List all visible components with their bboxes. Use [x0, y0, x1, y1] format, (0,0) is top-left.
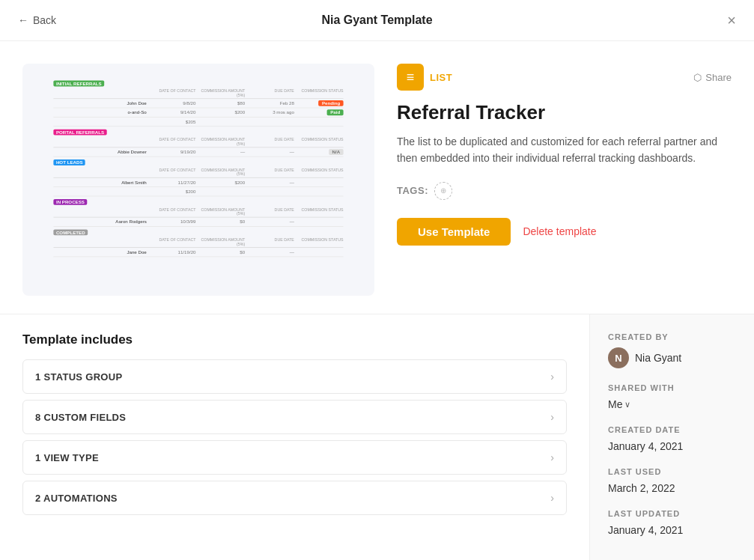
preview-header-2: DATE OF CONTACT COMMISSION AMOUNT (5%) D…: [53, 136, 343, 147]
template-preview: INITIAL REFERRALS DATE OF CONTACT COMMIS…: [22, 64, 374, 296]
header: ← Back Nia Gyant Template ×: [0, 0, 754, 41]
creator-name: Nia Gyant: [635, 352, 681, 364]
last-updated-section: LAST UPDATED January 4, 2021: [608, 509, 736, 536]
last-updated-label: LAST UPDATED: [608, 509, 736, 518]
includes-panel: Template includes 1 STATUS GROUP › 8 CUS…: [0, 314, 589, 560]
shared-with-label: SHARED WITH: [608, 383, 736, 392]
bottom-section: Template includes 1 STATUS GROUP › 8 CUS…: [0, 314, 754, 560]
preview-section-2: PORTAL REFERRALS: [53, 127, 343, 136]
preview-table: INITIAL REFERRALS DATE OF CONTACT COMMIS…: [53, 78, 343, 257]
template-title: Referral Tracker: [397, 101, 732, 124]
close-button[interactable]: ×: [727, 13, 736, 28]
includes-title: Template includes: [22, 332, 567, 347]
preview-section-5: COMPLETED: [53, 227, 343, 237]
list-type-icon: ≡: [397, 64, 424, 91]
preview-table-container: INITIAL REFERRALS DATE OF CONTACT COMMIS…: [53, 78, 343, 257]
preview-row: John Doe 9/8/20 $80 Feb 28 Pending: [53, 99, 343, 108]
share-button[interactable]: ⬡ Share: [693, 72, 732, 83]
header-title: Nia Gyant Template: [321, 13, 432, 27]
creator-avatar: N: [608, 347, 629, 368]
preview-section-3: HOT LEADS: [53, 157, 343, 167]
preview-row: Jane Doe 11/19/20 $0 —: [53, 248, 343, 257]
main-content: INITIAL REFERRALS DATE OF CONTACT COMMIS…: [0, 41, 754, 296]
preview-header-4: DATE OF CONTACT COMMISSION AMOUNT (5%) D…: [53, 207, 343, 218]
preview-section-1: INITIAL REFERRALS: [53, 78, 343, 88]
back-label: Back: [33, 14, 56, 26]
includes-item-view-type[interactable]: 1 VIEW TYPE ›: [22, 440, 567, 475]
back-button[interactable]: ← Back: [18, 14, 56, 26]
preview-row: Aaron Rodgers 10/3/99 $0 —: [53, 218, 343, 227]
includes-item-status-group[interactable]: 1 STATUS GROUP ›: [22, 359, 567, 394]
list-icon: ≡: [407, 70, 415, 85]
preview-header-5: DATE OF CONTACT COMMISSION AMOUNT (5%) D…: [53, 237, 343, 248]
includes-item-custom-fields[interactable]: 8 CUSTOM FIELDS ›: [22, 400, 567, 434]
preview-row: Albert Smith 11/27/20 $200 —: [53, 178, 343, 187]
includes-item-label-1: 1 STATUS GROUP: [35, 371, 122, 383]
preview-header: DATE OF CONTACT COMMISSION AMOUNT (5%) D…: [53, 88, 343, 99]
section-tag-1: INITIAL REFERRALS: [53, 81, 104, 87]
back-arrow-icon: ←: [18, 14, 28, 26]
preview-row: o-and-So 9/14/20 $200 3 mos ago Paid: [53, 108, 343, 117]
shared-with-value: Me: [608, 398, 622, 410]
preview-row: Abbie Downer 9/19/20 — — N/A: [53, 147, 343, 156]
type-label: LIST: [430, 72, 452, 83]
info-panel: ≡ LIST ⬡ Share Referral Tracker The list…: [397, 64, 732, 296]
chevron-right-icon-1: ›: [550, 371, 554, 383]
type-badge-row: ≡ LIST ⬡ Share: [397, 64, 732, 91]
share-label: Share: [705, 72, 732, 83]
created-by-section: CREATED BY N Nia Gyant: [608, 332, 736, 368]
creator-row: N Nia Gyant: [608, 347, 736, 368]
section-tag-4: IN PROCESS: [53, 199, 87, 205]
tags-row: TAGS: ⊕: [397, 182, 732, 200]
template-description: The list to be duplicated and customized…: [397, 133, 732, 167]
shared-with-section: SHARED WITH Me ∨: [608, 383, 736, 410]
created-by-label: CREATED BY: [608, 332, 736, 341]
preview-row: $205: [53, 118, 343, 127]
section-tag-5: COMPLETED: [53, 229, 88, 235]
avatar-initials: N: [615, 353, 621, 364]
add-tag-button[interactable]: ⊕: [434, 182, 452, 200]
share-icon: ⬡: [693, 72, 702, 83]
created-date-value: January 4, 2021: [608, 440, 736, 452]
last-used-section: LAST USED March 2, 2022: [608, 467, 736, 494]
preview-header-3: DATE OF CONTACT COMMISSION AMOUNT (5%) D…: [53, 167, 343, 178]
close-icon: ×: [727, 12, 736, 28]
section-tag-2: PORTAL REFERRALS: [53, 130, 106, 136]
includes-item-label-2: 8 CUSTOM FIELDS: [35, 412, 126, 423]
includes-item-label-4: 2 AUTOMATIONS: [35, 493, 118, 504]
created-date-section: CREATED DATE January 4, 2021: [608, 425, 736, 452]
chevron-right-icon-3: ›: [550, 451, 554, 463]
section-tag-3: HOT LEADS: [53, 159, 85, 165]
chevron-right-icon-4: ›: [550, 492, 554, 504]
add-tag-icon: ⊕: [440, 186, 446, 195]
delete-template-button[interactable]: Delete template: [523, 225, 596, 237]
includes-item-automations[interactable]: 2 AUTOMATIONS ›: [22, 481, 567, 515]
last-used-label: LAST USED: [608, 467, 736, 476]
sidebar-panel: CREATED BY N Nia Gyant SHARED WITH Me ∨ …: [589, 314, 754, 560]
last-used-value: March 2, 2022: [608, 482, 736, 494]
use-template-button[interactable]: Use Template: [397, 218, 511, 246]
chevron-right-icon-2: ›: [550, 411, 554, 423]
shared-with-dropdown[interactable]: Me ∨: [608, 398, 736, 410]
action-row: Use Template Delete template: [397, 218, 732, 246]
preview-section-4: IN PROCESS: [53, 196, 343, 206]
created-date-label: CREATED DATE: [608, 425, 736, 434]
shared-with-chevron-icon: ∨: [624, 400, 630, 410]
preview-row: $200: [53, 187, 343, 196]
tags-label: TAGS:: [397, 185, 428, 196]
includes-item-label-3: 1 VIEW TYPE: [35, 452, 99, 463]
last-updated-value: January 4, 2021: [608, 524, 736, 536]
